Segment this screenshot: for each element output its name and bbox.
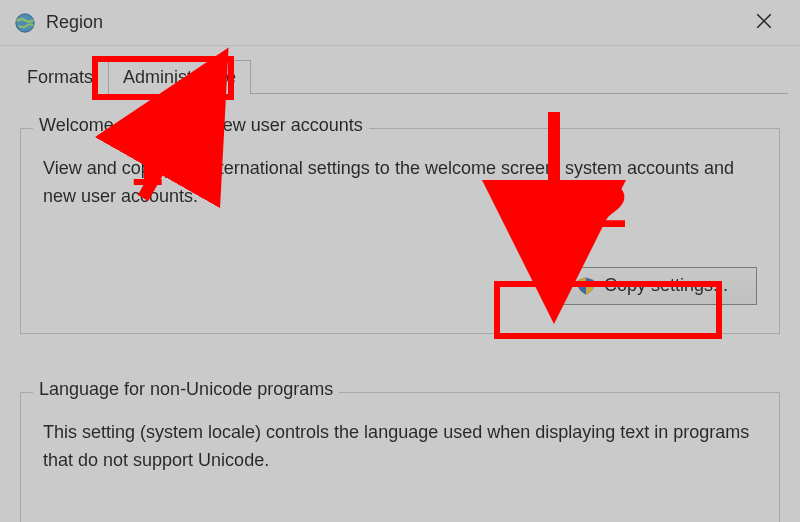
group-welcome-desc: View and copy your international setting… — [43, 155, 757, 211]
tab-formats[interactable]: Formats — [12, 60, 108, 94]
globe-icon — [14, 12, 36, 34]
group-welcome-title: Welcome screen and new user accounts — [33, 115, 369, 136]
group-non-unicode: Language for non-Unicode programs This s… — [20, 392, 780, 522]
region-dialog: Region Formats Administrative Welcome sc… — [0, 0, 800, 522]
svg-point-0 — [16, 13, 34, 31]
tab-divider — [251, 93, 788, 94]
uac-shield-icon — [576, 276, 596, 296]
tab-bar: Formats Administrative — [0, 46, 800, 94]
copy-settings-button[interactable]: Copy settings... — [557, 267, 757, 305]
button-row: Copy settings... — [43, 267, 757, 305]
titlebar: Region — [0, 0, 800, 46]
tab-content: Welcome screen and new user accounts Vie… — [0, 128, 800, 522]
tab-administrative[interactable]: Administrative — [108, 60, 251, 94]
close-icon — [755, 10, 773, 36]
group-non-unicode-title: Language for non-Unicode programs — [33, 379, 339, 400]
group-non-unicode-desc: This setting (system locale) controls th… — [43, 419, 757, 475]
group-welcome-screen: Welcome screen and new user accounts Vie… — [20, 128, 780, 334]
window-title: Region — [46, 12, 103, 33]
close-button[interactable] — [734, 1, 794, 45]
copy-settings-label: Copy settings... — [604, 275, 728, 296]
